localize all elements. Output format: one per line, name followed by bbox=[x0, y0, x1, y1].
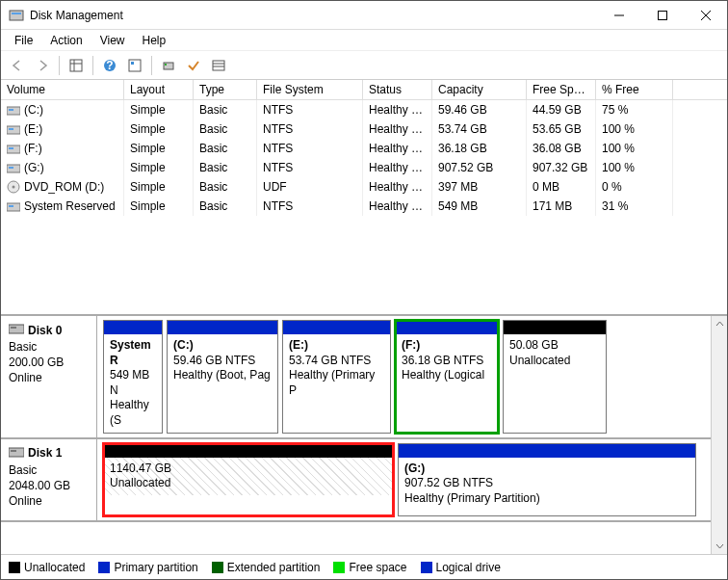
volume-row[interactable]: (E:)SimpleBasicNTFSHealthy (P...53.74 GB… bbox=[1, 119, 727, 139]
scroll-up-icon[interactable] bbox=[712, 316, 727, 332]
volume-layout: Simple bbox=[124, 100, 194, 119]
menu-file[interactable]: File bbox=[7, 32, 40, 49]
scroll-track[interactable] bbox=[712, 332, 727, 538]
svg-rect-11 bbox=[129, 60, 141, 71]
menu-view[interactable]: View bbox=[92, 32, 133, 49]
svg-rect-29 bbox=[9, 205, 13, 207]
partition-box[interactable]: (E:)53.74 GB NTFSHealthy (Primary P bbox=[282, 320, 391, 434]
disk-icon bbox=[9, 445, 24, 461]
col-filesystem[interactable]: File System bbox=[257, 80, 363, 99]
legend-unallocated: Unallocated bbox=[9, 561, 85, 574]
partitions: 1140.47 GBUnallocated (G:)907.52 GB NTFS… bbox=[97, 439, 711, 520]
col-volume[interactable]: Volume bbox=[1, 80, 124, 99]
settings-button[interactable] bbox=[124, 55, 145, 76]
partition-title: System R bbox=[110, 338, 151, 367]
apply-button[interactable] bbox=[183, 55, 204, 76]
volume-pct-free: 100 % bbox=[596, 158, 673, 177]
drive-icon bbox=[7, 143, 20, 154]
svg-point-27 bbox=[13, 186, 15, 189]
volume-name: (C:) bbox=[24, 103, 43, 117]
volume-filesystem: NTFS bbox=[257, 100, 363, 119]
col-free[interactable]: Free Spa... bbox=[527, 80, 596, 99]
volume-capacity: 397 MB bbox=[432, 177, 527, 197]
menu-bar: File Action View Help bbox=[1, 30, 727, 51]
volume-pct-free: 75 % bbox=[596, 100, 673, 119]
volume-row[interactable]: (G:)SimpleBasicNTFSHealthy (P...907.52 G… bbox=[1, 158, 727, 177]
partition-title: (C:) bbox=[173, 338, 194, 352]
minimize-button[interactable] bbox=[597, 1, 640, 29]
toolbar-separator bbox=[151, 56, 152, 75]
volume-free: 36.08 GB bbox=[527, 139, 596, 158]
volume-layout: Simple bbox=[124, 119, 194, 139]
partition-stripe bbox=[504, 321, 606, 334]
maximize-button[interactable] bbox=[640, 1, 684, 29]
list-view-button[interactable] bbox=[208, 55, 229, 76]
volume-name: System Reserved bbox=[24, 199, 116, 213]
disk-info-cell[interactable]: Disk 1 Basic 2048.00 GB Online bbox=[1, 439, 97, 520]
partition-box[interactable]: 50.08 GBUnallocated bbox=[503, 320, 607, 434]
partition-stripe bbox=[283, 321, 390, 334]
col-type[interactable]: Type bbox=[194, 80, 257, 99]
volume-status: Healthy (S... bbox=[363, 197, 432, 216]
disk-row: Disk 1 Basic 2048.00 GB Online 1140.47 G… bbox=[1, 439, 711, 522]
partition-status: Healthy (Logical bbox=[402, 368, 484, 382]
app-icon bbox=[9, 8, 24, 23]
scroll-down-icon[interactable] bbox=[712, 538, 727, 554]
volume-row[interactable]: DVD_ROM (D:)SimpleBasicUDFHealthy (P...3… bbox=[1, 177, 727, 197]
disk-name: Disk 0 bbox=[28, 324, 62, 337]
partition-title: (F:) bbox=[402, 338, 420, 352]
partition-size: 53.74 GB NTFS bbox=[289, 354, 371, 367]
column-headers: Volume Layout Type File System Status Ca… bbox=[1, 80, 727, 100]
forward-button[interactable] bbox=[32, 55, 53, 76]
swatch-brightgreen bbox=[333, 562, 345, 573]
partition-stripe bbox=[168, 321, 277, 334]
volume-capacity: 549 MB bbox=[432, 197, 527, 216]
help-button[interactable]: ? bbox=[99, 55, 120, 76]
partition-stripe bbox=[399, 444, 695, 458]
partition-box[interactable]: System R549 MB NHealthy (S bbox=[103, 320, 163, 434]
volume-type: Basic bbox=[194, 119, 257, 139]
partition-status: Unallocated bbox=[110, 476, 170, 489]
legend-extended: Extended partition bbox=[212, 561, 321, 574]
volume-row[interactable]: (C:)SimpleBasicNTFSHealthy (B...59.46 GB… bbox=[1, 100, 727, 119]
partition-status: Healthy (Boot, Pag bbox=[173, 368, 271, 382]
vertical-scrollbar[interactable] bbox=[711, 316, 727, 554]
col-capacity[interactable]: Capacity bbox=[432, 80, 527, 99]
volume-layout: Simple bbox=[124, 197, 194, 216]
show-hide-button[interactable] bbox=[65, 55, 87, 76]
partition-box[interactable]: 1140.47 GBUnallocated bbox=[103, 443, 394, 516]
partition-stripe bbox=[104, 321, 162, 334]
partition-size: 59.46 GB NTFS bbox=[173, 354, 255, 367]
menu-help[interactable]: Help bbox=[135, 32, 174, 49]
volume-status: Healthy (P... bbox=[363, 158, 432, 177]
close-button[interactable] bbox=[684, 1, 727, 29]
partition-size: 907.52 GB NTFS bbox=[404, 476, 493, 489]
volume-status: Healthy (L... bbox=[363, 139, 432, 158]
disk-icon bbox=[9, 322, 24, 338]
col-percent-free[interactable]: % Free bbox=[596, 80, 673, 99]
partition-stripe bbox=[104, 444, 393, 458]
partition-box[interactable]: (F:)36.18 GB NTFSHealthy (Logical bbox=[395, 320, 499, 434]
col-layout[interactable]: Layout bbox=[124, 80, 194, 99]
menu-action[interactable]: Action bbox=[42, 32, 90, 49]
volume-row[interactable]: (F:)SimpleBasicNTFSHealthy (L...36.18 GB… bbox=[1, 139, 727, 158]
svg-rect-23 bbox=[9, 147, 13, 149]
partition-status: Healthy (S bbox=[110, 398, 149, 427]
disk-name: Disk 1 bbox=[28, 446, 62, 460]
partition-size: 50.08 GB bbox=[509, 338, 559, 352]
disk-info-cell[interactable]: Disk 0 Basic 200.00 GB Online bbox=[1, 316, 97, 437]
volume-capacity: 36.18 GB bbox=[432, 139, 527, 158]
refresh-button[interactable] bbox=[158, 55, 179, 76]
partition-status: Healthy (Primary P bbox=[289, 368, 375, 397]
volume-row[interactable]: System ReservedSimpleBasicNTFSHealthy (S… bbox=[1, 197, 727, 216]
partition-box[interactable]: (C:)59.46 GB NTFSHealthy (Boot, Pag bbox=[167, 320, 278, 434]
col-status[interactable]: Status bbox=[363, 80, 432, 99]
partition-size: 1140.47 GB bbox=[110, 461, 171, 475]
partition-status: Unallocated bbox=[509, 354, 570, 367]
disk-row: Disk 0 Basic 200.00 GB Online System R54… bbox=[1, 316, 711, 439]
partition-box[interactable]: (G:)907.52 GB NTFSHealthy (Primary Parti… bbox=[398, 443, 696, 516]
disk-type: Basic bbox=[9, 340, 89, 354]
back-button[interactable] bbox=[7, 55, 28, 76]
svg-rect-30 bbox=[9, 325, 24, 333]
disk-state: Online bbox=[9, 371, 89, 384]
